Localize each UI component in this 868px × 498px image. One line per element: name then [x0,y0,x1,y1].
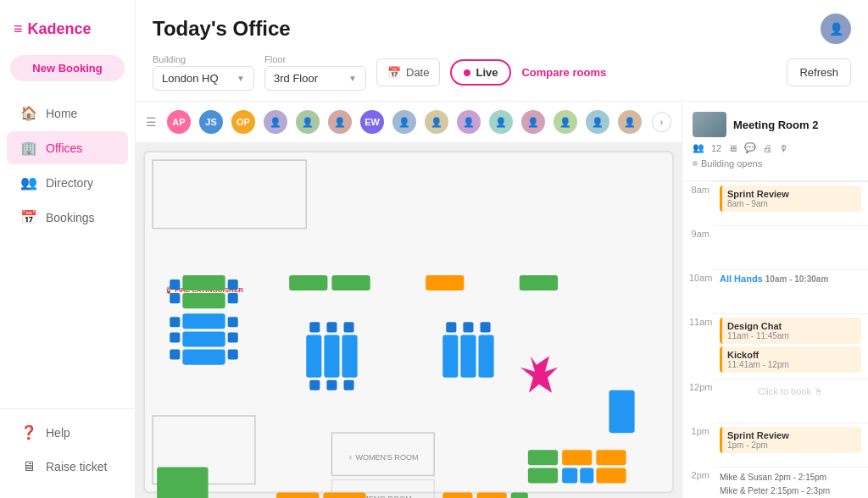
user-avatar[interactable]: 👤 [821,14,851,44]
avatar-p8[interactable]: 👤 [520,108,547,136]
live-button[interactable]: Live [450,59,511,86]
time-label-10am: 10am [682,269,713,313]
sidebar-item-help[interactable]: ❓ Help [7,416,128,449]
floor-plan[interactable]: ♀ WOMEN'S ROOM ♂ MEN'S ROOM 🧯 FIRE EXTIN… [136,143,682,498]
building-value: London HQ [162,72,219,85]
svg-rect-28 [324,335,339,377]
building-select-group: Building London HQ ▼ [153,54,254,91]
svg-rect-47 [528,468,558,483]
svg-rect-52 [477,493,507,498]
svg-rect-34 [326,380,337,390]
ticket-icon: 🖥 [20,459,37,474]
event-kickoff[interactable]: Kickoff 11:41am - 12pm [720,346,861,373]
avatar-p4[interactable]: 👤 [391,108,418,136]
svg-rect-35 [344,380,354,390]
new-booking-button[interactable]: New Booking [10,55,125,81]
room-photo [693,112,726,137]
floor-map-area: ☰ AP JS OP 👤 👤 👤 EW 👤 👤 👤 👤 👤 👤 👤 👤 › [136,102,682,498]
offices-icon: 🏢 [20,140,37,156]
time-slot-1pm: 1pm Sprint Review 1pm - 2pm [682,423,868,467]
sidebar-item-bookings[interactable]: 📅 Bookings [7,201,128,234]
avatar-p2[interactable]: 👤 [294,108,321,136]
refresh-button[interactable]: Refresh [787,58,851,86]
event-design-chat[interactable]: Design Chat 11am - 11:45am [720,318,861,344]
directory-icon: 👥 [20,174,37,191]
live-indicator [464,69,470,76]
date-button[interactable]: 📅 Date [376,58,440,86]
time-slot-2pm: 2pm Mike & Susan 2pm - 2:15pm Mike & Pet… [682,467,868,498]
svg-rect-8 [182,275,225,290]
svg-rect-23 [289,275,327,290]
svg-rect-16 [182,350,225,365]
event-all-hands[interactable]: All Hands 10am - 10:30am [720,274,861,284]
sidebar-item-directory[interactable]: 👥 Directory [7,166,128,199]
svg-rect-53 [511,493,528,498]
svg-rect-36 [442,335,458,377]
svg-rect-17 [170,317,180,327]
svg-rect-27 [306,335,321,377]
svg-rect-26 [520,275,558,290]
svg-rect-24 [331,275,370,290]
time-label-12pm: 12pm [682,379,713,423]
svg-rect-10 [170,279,180,290]
avatar-op[interactable]: OP [230,108,257,136]
logo: ≡ Kadence [0,14,135,55]
svg-rect-43 [609,390,634,433]
svg-rect-48 [596,468,626,483]
svg-rect-37 [460,335,476,377]
svg-rect-50 [580,468,593,483]
svg-rect-44 [528,450,558,465]
sidebar-item-raise-ticket[interactable]: 🖥 Raise ticket [7,451,128,483]
svg-rect-15 [182,331,225,346]
svg-rect-45 [562,450,592,465]
svg-rect-29 [342,335,358,377]
avatar-js[interactable]: JS [198,108,225,136]
event-sprint-review-1[interactable]: Sprint Review 1pm - 2pm [720,427,861,453]
people-bar-next[interactable]: › [652,112,671,132]
time-slot-8am: 8am Sprint Review 8am - 9am [682,181,868,225]
header: Today's Office 👤 Building London HQ ▼ Fl… [136,0,868,102]
avatar-p9[interactable]: 👤 [552,108,579,136]
room-header: Meeting Room 2 👥 12 🖥 💬 🖨 🎙 Building ope… [682,102,868,181]
building-opens-label: Building opens [701,158,762,169]
header-top: Today's Office 👤 [153,14,851,44]
time-slot-10am: 10am All Hands 10am - 10:30am [682,269,868,313]
timeline: 8am Sprint Review 8am - 9am 9am 10am [682,181,868,498]
sidebar-item-home[interactable]: 🏠 Home [7,97,128,130]
avatar-p11[interactable]: 👤 [616,108,643,136]
avatar-p7[interactable]: 👤 [487,108,515,136]
mic-icon: 🎙 [779,143,788,153]
svg-rect-38 [479,335,494,377]
time-slot-12pm: 12pm Click to book 🖱 [682,379,868,423]
event-sprint-review-8[interactable]: Sprint Review 8am - 9am [720,185,861,212]
floor-select[interactable]: 3rd Floor ▼ [264,66,366,91]
list-view-icon[interactable]: ☰ [146,115,157,129]
svg-rect-46 [596,450,626,465]
time-label-2pm: 2pm [682,467,713,498]
avatar-p1[interactable]: 👤 [262,108,289,136]
calendar-icon: 📅 [387,66,401,79]
svg-rect-31 [326,322,337,332]
sidebar-item-offices[interactable]: 🏢 Offices [7,131,128,164]
sidebar-item-label: Bookings [46,211,95,224]
floor-label: Floor [264,54,366,64]
chevron-down-icon: ▼ [348,74,357,83]
avatar-ap[interactable]: AP [165,108,192,136]
avatar-p3[interactable]: 👤 [326,108,353,136]
building-select[interactable]: London HQ ▼ [153,66,254,91]
avatar-p6[interactable]: 👤 [455,108,482,136]
svg-rect-32 [344,322,354,332]
avatar-p10[interactable]: 👤 [584,108,611,136]
floor-plan-svg: ♀ WOMEN'S ROOM ♂ MEN'S ROOM 🧯 FIRE EXTIN… [136,143,682,498]
live-label: Live [476,66,498,79]
avatar-p5[interactable]: 👤 [423,108,450,136]
building-opens: Building opens [693,153,858,170]
avatar-ew[interactable]: EW [359,108,386,136]
logo-icon: ≡ [14,20,23,38]
building-label: Building [153,54,254,64]
svg-rect-9 [182,293,225,308]
sidebar-item-label: Directory [46,176,93,190]
svg-rect-30 [309,322,320,332]
click-to-book[interactable]: Click to book 🖱 [720,383,861,400]
compare-rooms-button[interactable]: Compare rooms [521,66,606,79]
